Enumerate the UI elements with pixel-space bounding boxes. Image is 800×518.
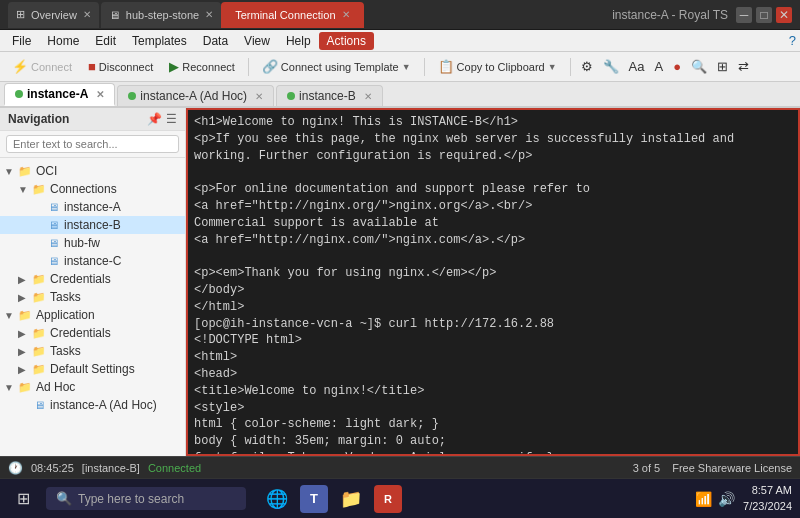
- search-input[interactable]: [6, 135, 179, 153]
- connections-expand-arrow[interactable]: ▼: [18, 184, 32, 195]
- session-tab-instance-a[interactable]: instance-A ✕: [4, 83, 115, 106]
- toolbar-icon-2[interactable]: 🔧: [600, 57, 622, 76]
- copy-clipboard-button[interactable]: 📋 Copy to Clipboard ▼: [432, 57, 563, 76]
- menu-home[interactable]: Home: [39, 32, 87, 50]
- menu-templates[interactable]: Templates: [124, 32, 195, 50]
- taskbar-teams-icon[interactable]: T: [300, 485, 328, 513]
- tree-application[interactable]: ▼ 📁 Application: [0, 306, 185, 324]
- tab-hub-step-stone[interactable]: 🖥 hub-step-stone ✕: [101, 2, 221, 28]
- oci-label: OCI: [36, 164, 57, 178]
- taskbar-folder-icon[interactable]: 📁: [336, 484, 366, 514]
- oci-folder-icon: 📁: [18, 164, 32, 178]
- toolbar-icon-5[interactable]: ●: [670, 57, 684, 76]
- reconnect-button[interactable]: ▶ Reconnect: [163, 57, 241, 76]
- taskbar-search-box[interactable]: 🔍 Type here to search: [46, 487, 246, 510]
- oci-credentials-arrow[interactable]: ▶: [18, 274, 32, 285]
- menu-help[interactable]: Help: [278, 32, 319, 50]
- tree-oci[interactable]: ▼ 📁 OCI: [0, 162, 185, 180]
- connect-template-button[interactable]: 🔗 Connect using Template ▼: [256, 57, 417, 76]
- app-creds-icon: 📁: [32, 326, 46, 340]
- session-tab-a-close[interactable]: ✕: [96, 89, 104, 100]
- tray-network-icon[interactable]: 📶: [695, 491, 712, 507]
- window-controls: ─ □ ✕: [736, 7, 792, 23]
- copy-label: Copy to Clipboard: [457, 61, 545, 73]
- session-tab-adhoc-close[interactable]: ✕: [255, 91, 263, 102]
- menu-actions[interactable]: Actions: [319, 32, 374, 50]
- term-line: <a href="http://nginx.org/">nginx.org</a…: [194, 198, 792, 215]
- copy-dropdown-icon[interactable]: ▼: [548, 62, 557, 72]
- default-settings-arrow[interactable]: ▶: [18, 364, 32, 375]
- tree-instance-b[interactable]: 🖥 instance-B: [0, 216, 185, 234]
- adhoc-icon: 📁: [18, 380, 32, 394]
- session-tab-b-label: instance-B: [299, 89, 356, 103]
- session-tab-instance-a-adhoc[interactable]: instance-A (Ad Hoc) ✕: [117, 85, 274, 106]
- sidebar-menu-icon[interactable]: ☰: [166, 112, 177, 126]
- main-layout: Navigation 📌 ☰ ▼ 📁 OCI ▼ 📁 Connections: [0, 108, 800, 456]
- toolbar-icon-6[interactable]: 🔍: [688, 57, 710, 76]
- toolbar-icon-3[interactable]: Aa: [626, 57, 648, 76]
- status-time: 08:45:25: [31, 462, 74, 474]
- terminal-area[interactable]: <h1>Welcome to nginx! This is INSTANCE-B…: [186, 108, 800, 456]
- taskbar-date-display: 7/23/2024: [743, 499, 792, 514]
- toolbar-sep-2: [424, 58, 425, 76]
- tab-hub-close[interactable]: ✕: [205, 9, 213, 20]
- tree-instance-a-adhoc[interactable]: 🖥 instance-A (Ad Hoc): [0, 396, 185, 414]
- toolbar-icon-1[interactable]: ⚙: [578, 57, 596, 76]
- disconnect-button[interactable]: ■ Disconnect: [82, 57, 159, 76]
- tab-overview[interactable]: ⊞ Overview ✕: [8, 2, 99, 28]
- sidebar-pin-icon[interactable]: 📌: [147, 112, 162, 126]
- tab-terminal-close[interactable]: ✕: [342, 9, 350, 20]
- application-arrow[interactable]: ▼: [4, 310, 18, 321]
- oci-tasks-arrow[interactable]: ▶: [18, 292, 32, 303]
- tree-default-settings[interactable]: ▶ 📁 Default Settings: [0, 360, 185, 378]
- term-line: <p>For online documentation and support …: [194, 181, 792, 198]
- tree-hub-fw[interactable]: 🖥 hub-fw: [0, 234, 185, 252]
- toolbar-icon-8[interactable]: ⇄: [735, 57, 752, 76]
- menu-edit[interactable]: Edit: [87, 32, 124, 50]
- tab-overview-close[interactable]: ✕: [83, 9, 91, 20]
- menu-view[interactable]: View: [236, 32, 278, 50]
- license-info: Free Shareware License: [672, 462, 792, 474]
- tab-terminal-connection[interactable]: Terminal Connection ✕: [221, 2, 363, 28]
- connected-dot-2: [128, 92, 136, 100]
- tree-app-tasks[interactable]: ▶ 📁 Tasks: [0, 342, 185, 360]
- help-icon[interactable]: ?: [789, 33, 796, 48]
- tab-hub-label: hub-step-stone: [126, 9, 199, 21]
- tree-adhoc[interactable]: ▼ 📁 Ad Hoc: [0, 378, 185, 396]
- taskbar-clock[interactable]: 8:57 AM 7/23/2024: [743, 483, 792, 514]
- taskbar-royal-ts-icon[interactable]: R: [374, 485, 402, 513]
- menu-data[interactable]: Data: [195, 32, 236, 50]
- adhoc-arrow[interactable]: ▼: [4, 382, 18, 393]
- app-tasks-arrow[interactable]: ▶: [18, 346, 32, 357]
- session-tab-b-close[interactable]: ✕: [364, 91, 372, 102]
- tree-oci-credentials[interactable]: ▶ 📁 Credentials: [0, 270, 185, 288]
- navigation-tree: ▼ 📁 OCI ▼ 📁 Connections 🖥 instance-A: [0, 158, 185, 456]
- maximize-button[interactable]: □: [756, 7, 772, 23]
- tree-instance-a[interactable]: 🖥 instance-A: [0, 198, 185, 216]
- connect-button[interactable]: ⚡ Connect: [6, 57, 78, 76]
- application-label: Application: [36, 308, 95, 322]
- tree-instance-c[interactable]: 🖥 instance-C: [0, 252, 185, 270]
- taskbar-edge-icon[interactable]: 🌐: [262, 484, 292, 514]
- app-creds-arrow[interactable]: ▶: [18, 328, 32, 339]
- start-button[interactable]: ⊞: [8, 484, 38, 514]
- toolbar-icon-7[interactable]: ⊞: [714, 57, 731, 76]
- session-tab-instance-b[interactable]: instance-B ✕: [276, 85, 383, 106]
- session-tabs: instance-A ✕ instance-A (Ad Hoc) ✕ insta…: [0, 82, 800, 108]
- terminal-content[interactable]: <h1>Welcome to nginx! This is INSTANCE-B…: [188, 110, 798, 454]
- menu-file[interactable]: File: [4, 32, 39, 50]
- close-button[interactable]: ✕: [776, 7, 792, 23]
- disconnect-icon: ■: [88, 59, 96, 74]
- template-dropdown-icon[interactable]: ▼: [402, 62, 411, 72]
- tree-connections[interactable]: ▼ 📁 Connections: [0, 180, 185, 198]
- oci-expand-arrow[interactable]: ▼: [4, 166, 18, 177]
- tray-volume-icon[interactable]: 🔊: [718, 491, 735, 507]
- term-line: working. Further configuration is requir…: [194, 148, 792, 165]
- status-left: 🕐 08:45:25 [instance-B] Connected: [8, 461, 201, 475]
- hub-icon: 🖥: [109, 9, 120, 21]
- status-session: [instance-B]: [82, 462, 140, 474]
- tree-oci-tasks[interactable]: ▶ 📁 Tasks: [0, 288, 185, 306]
- tree-app-credentials[interactable]: ▶ 📁 Credentials: [0, 324, 185, 342]
- toolbar-icon-4[interactable]: A: [652, 57, 667, 76]
- minimize-button[interactable]: ─: [736, 7, 752, 23]
